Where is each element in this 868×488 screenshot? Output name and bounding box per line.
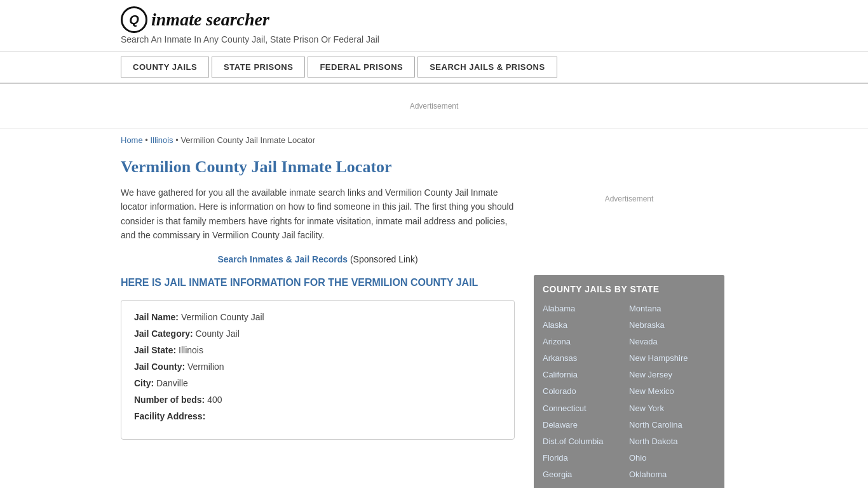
info-box: Jail Name: Vermilion County Jail Jail Ca… (121, 300, 515, 440)
sidebar: Advertisement COUNTY JAILS BY STATE Alab… (534, 135, 724, 488)
state-link-new-mexico[interactable]: New Mexico (629, 384, 715, 398)
info-row-jail-county: Jail County: Vermilion (134, 362, 501, 372)
state-link-new-york[interactable]: New York (629, 402, 715, 416)
state-link-nevada[interactable]: Nevada (629, 335, 715, 349)
section-heading: HERE IS JAIL INMATE INFORMATION FOR THE … (121, 277, 515, 288)
jail-st-v: Illinois (179, 345, 203, 355)
nav-county-jails[interactable]: COUNTY JAILS (121, 57, 209, 78)
beds-label: Number of beds: (134, 395, 205, 405)
state-link-georgia[interactable]: Georgia (543, 468, 629, 482)
info-row-jail-state: Jail State: Illinois (134, 345, 501, 355)
state-link-oregon[interactable]: Oregon (629, 484, 715, 488)
state-link-montana[interactable]: Montana (629, 302, 715, 316)
logo-text: inmate searcher (151, 10, 269, 30)
state-link-nebraska[interactable]: Nebraska (629, 318, 715, 332)
jail-co-v: Vermilion (187, 362, 224, 372)
logo-q: Q (129, 13, 139, 27)
info-row-jail-category: Jail Category: County Jail (134, 329, 501, 339)
ad-banner: Advertisement (0, 84, 868, 129)
ad-banner-label: Advertisement (410, 102, 459, 111)
state-link-alaska[interactable]: Alaska (543, 318, 629, 332)
jail-name-val: Vermilion County Jail (181, 312, 264, 322)
page-title: Vermilion County Jail Inmate Locator (121, 158, 515, 177)
jail-name-label: Jail Name: (134, 312, 179, 322)
state-box: COUNTY JAILS BY STATE AlabamaAlaskaArizo… (534, 275, 724, 488)
nav-federal-prisons[interactable]: FEDERAL PRISONS (308, 57, 415, 78)
logo-area: Q inmate searcher (121, 6, 747, 33)
city-label: City: (134, 378, 154, 388)
sponsored-link-area: Search Inmates & Jail Records (Sponsored… (121, 254, 515, 264)
sidebar-ad: Advertisement (534, 135, 724, 262)
jail-category-label: Jail Category: (134, 329, 193, 339)
jail-county-label: Jail County: (134, 362, 185, 372)
address-label: Facility Address: (134, 411, 205, 421)
state-link-north-dakota[interactable]: North Dakota (629, 435, 715, 449)
nav-buttons: COUNTY JAILS STATE PRISONS FEDERAL PRISO… (121, 57, 747, 78)
description: We have gathered for you all the availab… (121, 186, 515, 243)
sponsored-note: (Sponsored Link) (350, 254, 418, 264)
state-link-arizona[interactable]: Arizona (543, 335, 629, 349)
content-area: Home • Illinois • Vermilion County Jail … (121, 135, 515, 488)
ad-banner-area: Advertisement (6, 90, 862, 122)
header: Q inmate searcher Search An Inmate In An… (0, 0, 868, 51)
state-link-ohio[interactable]: Ohio (629, 451, 715, 465)
jail-state-label: Jail State: (134, 345, 176, 355)
state-link-hawaii[interactable]: Hawaii (543, 484, 629, 488)
state-columns: AlabamaAlaskaArizonaArkansasCaliforniaCo… (543, 302, 715, 488)
info-row-jail-name: Jail Name: Vermilion County Jail (134, 312, 501, 322)
nav-state-prisons[interactable]: STATE PRISONS (212, 57, 305, 78)
state-col-left: AlabamaAlaskaArizonaArkansasCaliforniaCo… (543, 302, 629, 488)
state-link-new-hampshire[interactable]: New Hampshire (629, 351, 715, 365)
state-link-california[interactable]: California (543, 368, 629, 382)
state-link-delaware[interactable]: Delaware (543, 418, 629, 432)
state-link-arkansas[interactable]: Arkansas (543, 351, 629, 365)
state-link-connecticut[interactable]: Connecticut (543, 402, 629, 416)
info-row-city: City: Danville (134, 378, 501, 388)
state-link-north-carolina[interactable]: North Carolina (629, 418, 715, 432)
tagline: Search An Inmate In Any County Jail, Sta… (121, 34, 747, 44)
state-box-title: COUNTY JAILS BY STATE (543, 284, 715, 294)
breadcrumb-state[interactable]: Illinois (150, 135, 173, 145)
state-link-new-jersey[interactable]: New Jersey (629, 368, 715, 382)
state-link-oklahoma[interactable]: Oklahoma (629, 468, 715, 482)
state-link-colorado[interactable]: Colorado (543, 384, 629, 398)
beds-v: 400 (207, 395, 222, 405)
sponsored-link[interactable]: Search Inmates & Jail Records (217, 254, 348, 264)
info-row-beds: Number of beds: 400 (134, 395, 501, 405)
jail-cat-v: County Jail (195, 329, 239, 339)
state-link-florida[interactable]: Florida (543, 451, 629, 465)
breadcrumb: Home • Illinois • Vermilion County Jail … (121, 135, 515, 145)
breadcrumb-current: Vermilion County Jail Inmate Locator (180, 135, 315, 145)
state-col-right: MontanaNebraskaNevadaNew HampshireNew Je… (629, 302, 715, 488)
city-v: Danville (156, 378, 188, 388)
nav-search-jails[interactable]: SEARCH JAILS & PRISONS (417, 57, 557, 78)
state-link-dist.of-columbia[interactable]: Dist.of Columbia (543, 435, 629, 449)
sidebar-ad-label: Advertisement (605, 194, 654, 203)
info-row-address: Facility Address: (134, 411, 501, 421)
main-layout: Home • Illinois • Vermilion County Jail … (0, 135, 868, 488)
logo-icon: Q (121, 6, 147, 33)
nav-bar: COUNTY JAILS STATE PRISONS FEDERAL PRISO… (0, 51, 868, 84)
breadcrumb-home[interactable]: Home (121, 135, 143, 145)
state-link-alabama[interactable]: Alabama (543, 302, 629, 316)
